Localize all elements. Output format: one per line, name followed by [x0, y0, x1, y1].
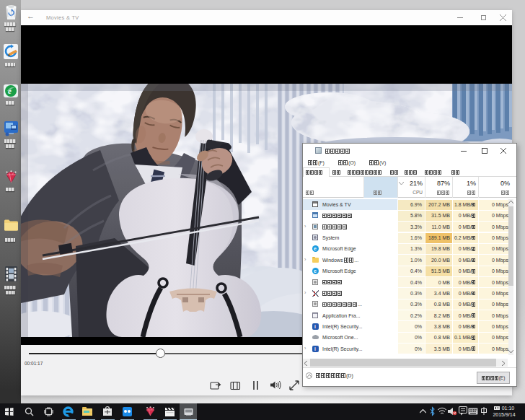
svg-text:e: e: [8, 87, 12, 95]
